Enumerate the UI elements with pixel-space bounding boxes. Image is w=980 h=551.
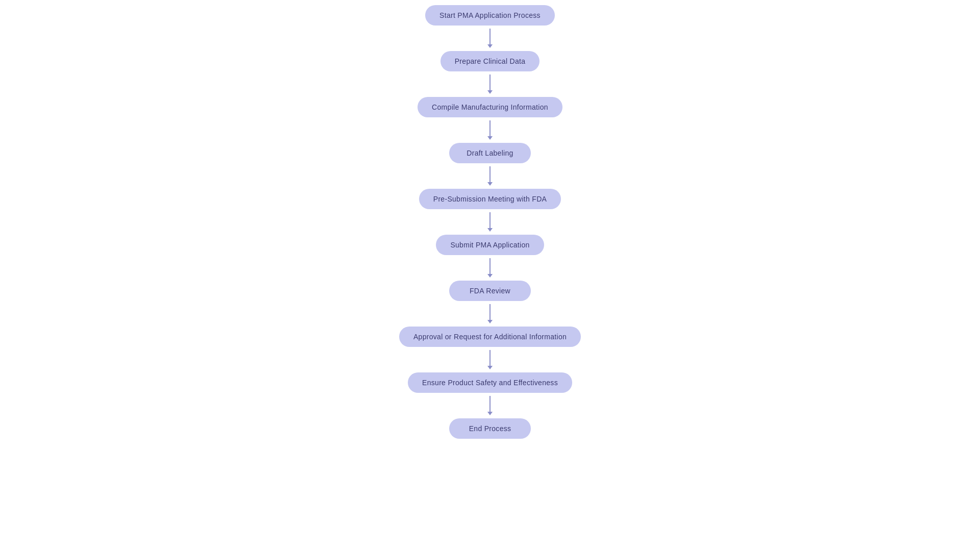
flowchart: Start PMA Application ProcessPrepare Cli… — [0, 0, 980, 439]
flow-node-end: End Process — [449, 418, 531, 439]
flow-arrow-approval — [487, 347, 493, 372]
flow-arrow-review — [487, 301, 493, 327]
flow-arrow-submit — [487, 255, 493, 281]
flow-node-presubmission: Pre-Submission Meeting with FDA — [419, 189, 561, 209]
flow-node-submit: Submit PMA Application — [436, 235, 544, 255]
flow-node-start: Start PMA Application Process — [425, 5, 555, 26]
flow-arrow-safety — [487, 393, 493, 418]
flow-node-manufacturing: Compile Manufacturing Information — [418, 97, 562, 117]
flow-node-safety: Ensure Product Safety and Effectiveness — [408, 372, 572, 393]
flow-node-labeling: Draft Labeling — [449, 143, 531, 163]
flow-node-clinical: Prepare Clinical Data — [440, 51, 540, 71]
flow-arrow-manufacturing — [487, 117, 493, 143]
flow-arrow-clinical — [487, 71, 493, 97]
flow-node-approval: Approval or Request for Additional Infor… — [399, 327, 581, 347]
flow-arrow-labeling — [487, 163, 493, 189]
flow-arrow-start — [487, 26, 493, 51]
flow-node-review: FDA Review — [449, 281, 531, 301]
flow-arrow-presubmission — [487, 209, 493, 235]
